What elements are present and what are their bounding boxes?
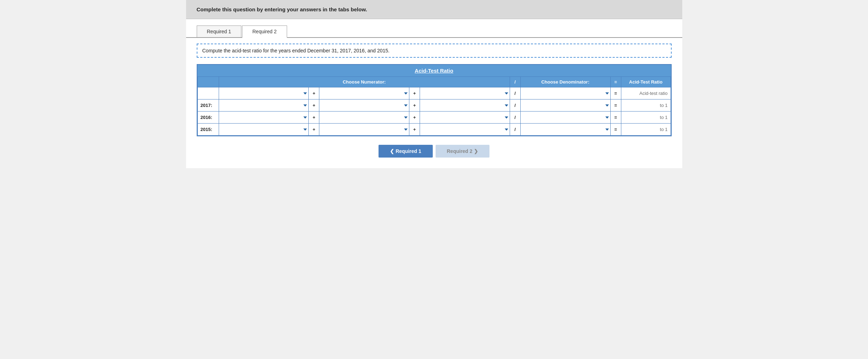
next-button[interactable]: Required 2 [436,145,489,158]
th-denominator: Choose Denominator: [520,77,610,87]
row-2015: 2015: + [197,124,671,136]
prompt-text: Compute the acid-test ratio for the year… [202,48,390,53]
result-2015: to 1 [621,124,671,136]
label-2016: 2016: [197,112,219,124]
select-2016-3[interactable] [423,113,507,121]
hdr-select-3[interactable] [423,89,507,97]
select-2015-1[interactable] [222,125,306,133]
select-2015-2[interactable] [322,125,406,133]
th-label [197,77,219,87]
hdr-plus-1: + [309,87,319,99]
dropdown-2015-3[interactable] [420,124,510,136]
dropdown-2015-2[interactable] [319,124,409,136]
dropdown-2016-4[interactable] [520,112,610,124]
hdr-row-label [197,87,219,99]
slash-2016: / [510,112,520,124]
slash-2015: / [510,124,520,136]
hdr-slash: / [510,87,520,99]
page-wrapper: Complete this question by entering your … [186,0,682,168]
hdr-result: Acid-test ratio [621,87,671,99]
instruction-bar: Complete this question by entering your … [186,0,682,19]
th-result: Acid-Test Ratio [621,77,671,87]
hdr-select-1[interactable] [222,89,306,97]
ratio-table: Choose Numerator: / Choose Denominator: … [197,76,671,136]
select-2017-3[interactable] [423,101,507,109]
dropdown-2017-3[interactable] [420,99,510,112]
hdr-plus-2: + [409,87,420,99]
hdr-select-4[interactable] [523,89,607,97]
hdr-equals: = [610,87,621,99]
equals-2017: = [610,99,621,112]
label-2017: 2017: [197,99,219,112]
tabs-area: Required 1 Required 2 [186,19,682,38]
plus-2016-1: + [309,112,319,124]
dropdown-2016-3[interactable] [420,112,510,124]
question-prompt: Compute the acid-test ratio for the year… [197,44,672,58]
row-2017: 2017: + [197,99,671,112]
equals-2016: = [610,112,621,124]
dropdown-2017-4[interactable] [520,99,610,112]
hdr-dropdown-1[interactable] [219,87,309,99]
plus-2015-2: + [409,124,420,136]
dropdown-2015-1[interactable] [219,124,309,136]
result-2017: to 1 [621,99,671,112]
select-2017-1[interactable] [222,101,306,109]
content-area: Compute the acid-test ratio for the year… [186,38,682,168]
th-equals: = [610,77,621,87]
dropdown-2016-2[interactable] [319,112,409,124]
hdr-dropdown-4[interactable] [520,87,610,99]
plus-2015-1: + [309,124,319,136]
select-2016-2[interactable] [322,113,406,121]
select-2015-4[interactable] [523,125,607,133]
prev-button[interactable]: Required 1 [379,145,432,158]
result-2016: to 1 [621,112,671,124]
equals-2015: = [610,124,621,136]
plus-2017-2: + [409,99,420,112]
select-2017-4[interactable] [523,101,607,109]
dropdown-2016-1[interactable] [219,112,309,124]
hdr-select-2[interactable] [322,89,406,97]
hdr-dropdown-2[interactable] [319,87,409,99]
acid-test-table-container: Acid-Test Ratio Choose Numerator: / Choo… [197,64,672,136]
th-numerator: Choose Numerator: [219,77,510,87]
dropdown-2015-4[interactable] [520,124,610,136]
instruction-text: Complete this question by entering your … [197,6,367,12]
header-data-row: + + [197,87,671,99]
table-title: Acid-Test Ratio [197,65,671,76]
th-divider: / [510,77,520,87]
select-2015-3[interactable] [423,125,507,133]
select-2017-2[interactable] [322,101,406,109]
hdr-dropdown-3[interactable] [420,87,510,99]
dropdown-2017-2[interactable] [319,99,409,112]
row-2016: 2016: + [197,112,671,124]
plus-2017-1: + [309,99,319,112]
plus-2016-2: + [409,112,420,124]
select-2016-4[interactable] [523,113,607,121]
nav-buttons: Required 1 Required 2 [197,145,672,158]
slash-2017: / [510,99,520,112]
tab-required2[interactable]: Required 2 [242,25,287,38]
label-2015: 2015: [197,124,219,136]
select-2016-1[interactable] [222,113,306,121]
tab-required1[interactable]: Required 1 [197,25,242,37]
dropdown-2017-1[interactable] [219,99,309,112]
